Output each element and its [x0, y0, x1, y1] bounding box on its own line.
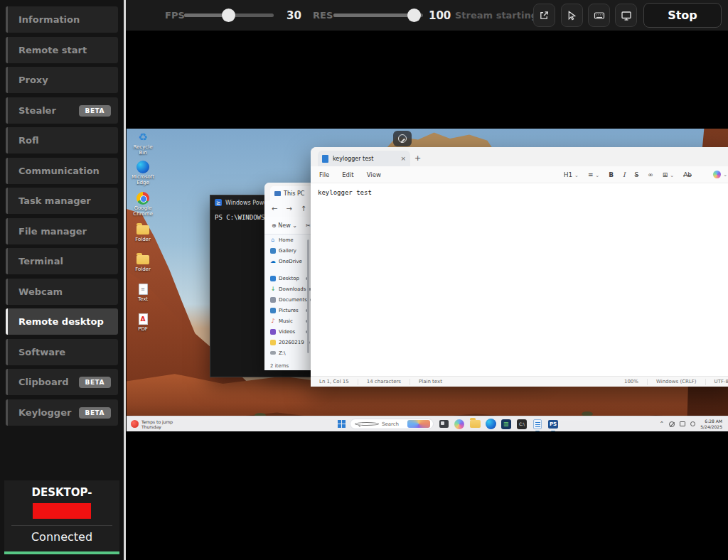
explorer-nav-onedrive[interactable]: ☁OneDrive [264, 256, 311, 266]
sidebar-item-clipboard[interactable]: ClipboardBETA [6, 369, 118, 395]
remote-desktop-view[interactable]: ♻ Recycle Bin Microsoft Edge Google Chro… [127, 129, 728, 431]
sidebar-item-webcam[interactable]: Webcam [6, 279, 118, 305]
tab-close-icon[interactable]: × [400, 155, 406, 162]
notepad-statusbar: Ln 1, Col 15 14 characters Plain text 10… [311, 376, 728, 387]
taskbar-edge[interactable] [485, 419, 496, 430]
taskbar-task-view[interactable] [438, 419, 449, 430]
network-status-icon[interactable] [669, 421, 675, 427]
clear-format-button[interactable]: Ab [683, 171, 692, 178]
tray-overflow-button[interactable]: ⌃ [660, 421, 665, 427]
explorer-nav-videos[interactable]: Videos [264, 326, 311, 337]
desktop-icon-chrome[interactable]: Google Chrome [130, 191, 156, 217]
tray-window-icon[interactable] [680, 421, 685, 426]
up-button[interactable]: ↑ [301, 205, 306, 212]
explorer-nav-gallery[interactable]: Gallery [264, 245, 311, 256]
explorer-nav-pictures[interactable]: Pictures [264, 305, 311, 316]
connection-status: Connected [4, 530, 119, 544]
sidebar-item-remote-desktop[interactable]: Remote desktop [6, 308, 118, 335]
explorer-nav-dated-folder[interactable]: 20260219 [264, 337, 311, 348]
notepad-icon [322, 155, 328, 163]
notepad-window[interactable]: keylogger test × + File Edit View H1 ⌄ ≡… [311, 147, 728, 387]
beta-badge: BETA [79, 407, 111, 419]
device-panel: DESKTOP- Connected [4, 480, 119, 554]
start-button[interactable] [338, 420, 346, 428]
sidebar-item-label: Keylogger [18, 407, 71, 418]
notepad-editor[interactable]: keylogger test [311, 183, 728, 376]
explorer-nav-home[interactable]: ⌂Home [264, 235, 311, 245]
desktop-icon-text-file[interactable]: ≡ Text [130, 282, 156, 302]
sidebar-item-label: Information [18, 14, 80, 25]
menu-view[interactable]: View [367, 171, 381, 178]
desktop-icon-recycle-bin[interactable]: ♻ Recycle Bin [130, 130, 156, 156]
desktop-icon-pdf[interactable]: A PDF [130, 312, 156, 332]
italic-button[interactable]: I [623, 171, 626, 178]
menu-file[interactable]: File [319, 171, 329, 178]
new-button[interactable]: ⊕ New ⌄ [272, 222, 297, 229]
explorer-nav-desktop[interactable]: Desktop [264, 273, 311, 284]
monitor-button[interactable] [615, 4, 637, 27]
zoom-level[interactable]: 100% [616, 379, 648, 385]
strikethrough-button[interactable]: S [635, 171, 639, 178]
taskbar-store[interactable]: ▥ [500, 419, 512, 430]
sidebar-item-label: Webcam [18, 286, 63, 297]
sidebar-item-rofl[interactable]: Rofl [6, 127, 118, 154]
taskbar-notepad[interactable] [532, 419, 543, 430]
menu-edit[interactable]: Edit [342, 171, 353, 178]
explorer-tab-label: This PC [284, 190, 304, 197]
sidebar-item-keylogger[interactable]: KeyloggerBETA [6, 399, 118, 426]
list-button[interactable]: ≡ ⌄ [588, 171, 599, 178]
cursor-position: Ln 1, Col 15 [311, 379, 358, 385]
pdf-icon: A [139, 313, 148, 325]
taskbar-search[interactable]: Search [350, 419, 434, 429]
taskbar-powershell[interactable]: PS [547, 419, 559, 430]
taskbar-terminal[interactable]: C:\ [516, 419, 528, 430]
notepad-tab[interactable]: keylogger test × [318, 151, 410, 166]
desktop-icon-folder[interactable]: Folder [130, 252, 156, 272]
taskbar-file-explorer[interactable] [469, 419, 481, 430]
tray-status-icon[interactable] [690, 421, 695, 426]
stream-indicator-icon [398, 134, 407, 143]
taskbar-copilot[interactable] [454, 419, 465, 430]
link-button[interactable]: ∞ [648, 171, 653, 178]
back-button[interactable]: ← [272, 205, 277, 212]
res-slider[interactable] [333, 14, 423, 17]
explorer-status: 2 items [264, 361, 311, 370]
terminal-icon: C:\ [517, 419, 527, 429]
sidebar-item-remote-start[interactable]: Remote start [6, 37, 118, 63]
sidebar-item-information[interactable]: Information [6, 6, 118, 33]
res-slider-thumb[interactable] [407, 9, 421, 22]
open-external-button[interactable] [533, 4, 555, 27]
fps-slider[interactable] [184, 14, 274, 17]
stop-button[interactable]: Stop [643, 3, 722, 28]
edge-icon [486, 419, 496, 429]
explorer-nav-documents[interactable]: Documents [264, 294, 311, 305]
cut-button[interactable]: ✂ [306, 222, 311, 229]
cursor-button[interactable] [561, 4, 583, 27]
forward-button[interactable]: → [286, 205, 291, 212]
explorer-nav-music[interactable]: ♪Music [264, 316, 311, 326]
table-button[interactable]: ⊞ ⌄ [663, 171, 674, 178]
file-explorer-icon [470, 420, 481, 428]
new-tab-button[interactable]: + [414, 154, 421, 163]
sidebar-item-label: Proxy [18, 75, 48, 85]
widgets-button[interactable]: Temps to jump Thursday [127, 419, 173, 429]
explorer-nav-z-drive[interactable]: Z:\ [264, 348, 311, 358]
sidebar-item-software[interactable]: Software [6, 339, 118, 365]
sidebar-item-task-manager[interactable]: Task manager [6, 188, 118, 214]
sidebar-item-proxy[interactable]: Proxy [6, 67, 118, 93]
sidebar-item-stealer[interactable]: StealerBETA [6, 97, 118, 124]
desktop-icon-folder[interactable]: Folder [130, 222, 156, 242]
taskbar-clock[interactable]: 6:28 AM 5/24/2025 [700, 419, 725, 430]
sidebar-item-terminal[interactable]: Terminal [6, 248, 118, 274]
explorer-scrollbar[interactable] [307, 239, 309, 353]
copilot-button[interactable]: ⌄ [713, 171, 727, 178]
bold-button[interactable]: B [609, 171, 614, 178]
fps-slider-thumb[interactable] [222, 9, 235, 22]
sidebar-item-file-manager[interactable]: File manager [6, 218, 118, 244]
desktop-icon-edge[interactable]: Microsoft Edge [130, 160, 156, 185]
sidebar: Information Remote start Proxy StealerBE… [0, 0, 126, 560]
sidebar-item-communication[interactable]: Communication [6, 158, 118, 184]
keyboard-button[interactable] [588, 4, 610, 27]
explorer-nav-downloads[interactable]: ↓Downloads [264, 284, 311, 294]
heading-button[interactable]: H1 ⌄ [564, 171, 579, 178]
